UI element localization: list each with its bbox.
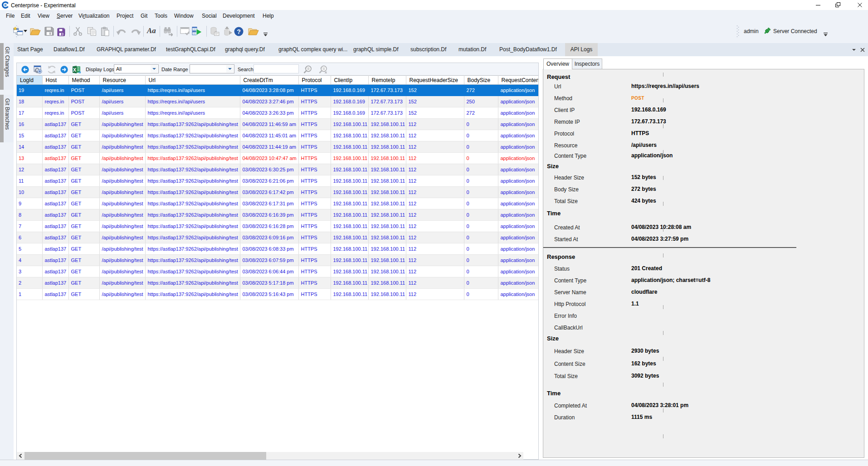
svg-text:X: X bbox=[73, 67, 77, 73]
svg-text:?: ? bbox=[237, 28, 241, 35]
